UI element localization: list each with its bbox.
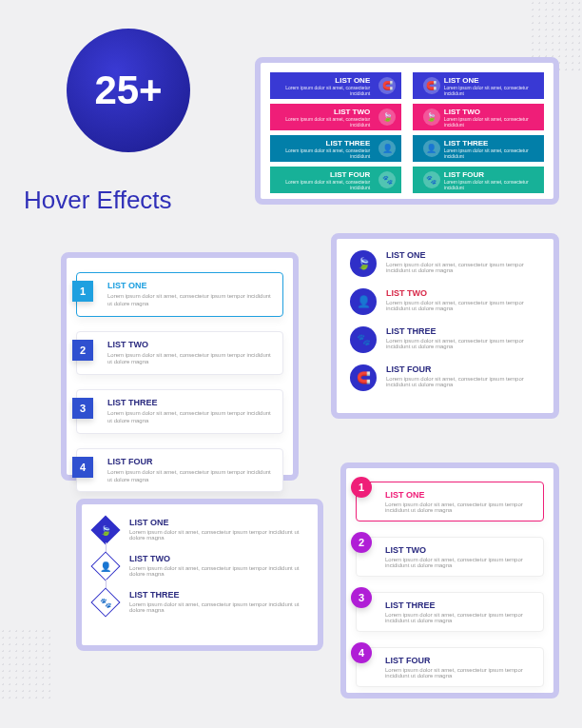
number-badge: 1 bbox=[351, 477, 372, 498]
list-item[interactable]: 🐾LIST THREELorem ipsum dolor sit amet, c… bbox=[350, 326, 540, 353]
list-item[interactable]: LIST FOURLorem ipsum dolor sit amet, con… bbox=[270, 167, 401, 193]
list-item[interactable]: 4LIST FOURLorem ipsum dolor sit amet, co… bbox=[76, 448, 283, 493]
list-item[interactable]: 👤LIST TWOLorem ipsum dolor sit amet, con… bbox=[95, 554, 304, 577]
list-item[interactable]: 3LIST THREELorem ipsum dolor sit amet, c… bbox=[356, 592, 544, 632]
number-badge: 1 bbox=[72, 281, 93, 302]
list-item[interactable]: 4LIST FOURLorem ipsum dolor sit amet, co… bbox=[356, 647, 544, 687]
hero-badge: 25+ bbox=[67, 29, 190, 152]
panel-numbered-list: 1LIST ONELorem ipsum dolor sit amet, con… bbox=[61, 252, 299, 481]
magnet-icon: 🧲 bbox=[350, 364, 377, 391]
paw-icon: 🐾 bbox=[350, 326, 377, 353]
decorative-dots bbox=[0, 628, 52, 699]
list-item[interactable]: 3LIST THREELorem ipsum dolor sit amet, c… bbox=[76, 389, 283, 434]
list-item[interactable]: 1LIST ONELorem ipsum dolor sit amet, con… bbox=[356, 482, 544, 521]
list-item[interactable]: 🍃LIST ONELorem ipsum dolor sit amet, con… bbox=[350, 250, 540, 277]
list-item[interactable]: 🍃LIST ONELorem ipsum dolor sit amet, con… bbox=[95, 518, 304, 541]
list-item[interactable]: 2LIST TWOLorem ipsum dolor sit amet, con… bbox=[356, 537, 544, 577]
list-item[interactable]: 🧲LIST FOURLorem ipsum dolor sit amet, co… bbox=[350, 364, 540, 391]
user-icon: 👤 bbox=[90, 551, 120, 580]
list-item[interactable]: 👤LIST THREELorem ipsum dolor sit amet, c… bbox=[413, 135, 544, 162]
list-item[interactable]: 🐾LIST FOURLorem ipsum dolor sit amet, co… bbox=[413, 167, 544, 193]
list-item[interactable]: 👤LIST TWOLorem ipsum dolor sit amet, con… bbox=[350, 288, 540, 315]
magnet-icon: 🧲 bbox=[378, 77, 396, 94]
column-left: LIST ONELorem ipsum dolor sit amet, cons… bbox=[270, 72, 401, 198]
leaf-icon: 🍃 bbox=[350, 250, 377, 277]
badge-text: 25+ bbox=[94, 68, 162, 113]
leaf-icon: 🍃 bbox=[378, 108, 396, 126]
column-right: 🧲LIST ONELorem ipsum dolor sit amet, con… bbox=[413, 72, 544, 198]
panel-circle-icon-list: 🍃LIST ONELorem ipsum dolor sit amet, con… bbox=[331, 233, 559, 419]
list-item[interactable]: LIST THREELorem ipsum dolor sit amet, co… bbox=[270, 135, 401, 162]
leaf-icon: 🍃 bbox=[90, 515, 120, 544]
list-item[interactable]: 🍃LIST TWOLorem ipsum dolor sit amet, con… bbox=[413, 104, 544, 130]
number-badge: 3 bbox=[72, 398, 93, 419]
user-icon: 👤 bbox=[423, 140, 440, 157]
panel-pink-numbered-list: 1LIST ONELorem ipsum dolor sit amet, con… bbox=[340, 462, 559, 698]
paw-icon: 🐾 bbox=[423, 171, 440, 188]
user-icon: 👤 bbox=[350, 288, 377, 315]
paw-icon: 🐾 bbox=[378, 171, 396, 188]
panel-diamond-timeline: 🍃LIST ONELorem ipsum dolor sit amet, con… bbox=[76, 499, 323, 651]
magnet-icon: 🧲 bbox=[423, 77, 440, 94]
user-icon: 👤 bbox=[378, 140, 396, 157]
list-item[interactable]: LIST TWOLorem ipsum dolor sit amet, cons… bbox=[270, 104, 401, 130]
number-badge: 4 bbox=[351, 642, 372, 663]
list-item[interactable]: 2LIST TWOLorem ipsum dolor sit amet, con… bbox=[76, 331, 283, 376]
hero-subtitle: Hover Effects bbox=[24, 186, 172, 215]
list-item[interactable]: 🐾LIST THREELorem ipsum dolor sit amet, c… bbox=[95, 590, 304, 613]
number-badge: 2 bbox=[351, 532, 372, 553]
panel-colored-bars: LIST ONELorem ipsum dolor sit amet, cons… bbox=[255, 57, 559, 205]
paw-icon: 🐾 bbox=[90, 587, 120, 617]
leaf-icon: 🍃 bbox=[423, 108, 440, 126]
number-badge: 2 bbox=[72, 340, 93, 361]
list-item[interactable]: 1LIST ONELorem ipsum dolor sit amet, con… bbox=[76, 272, 283, 317]
number-badge: 4 bbox=[72, 457, 93, 478]
list-item[interactable]: LIST ONELorem ipsum dolor sit amet, cons… bbox=[270, 72, 401, 99]
number-badge: 3 bbox=[351, 587, 372, 608]
list-item[interactable]: 🧲LIST ONELorem ipsum dolor sit amet, con… bbox=[413, 72, 544, 99]
